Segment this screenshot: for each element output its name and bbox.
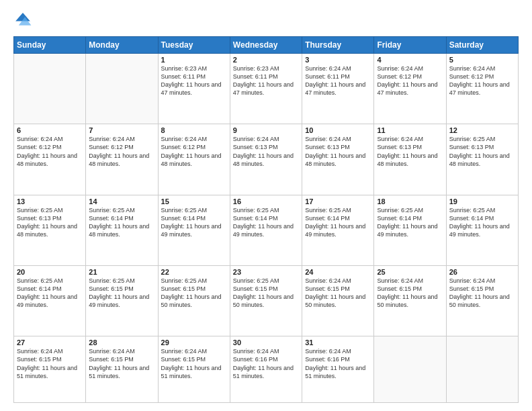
logo <box>13 11 35 30</box>
day-number: 18 <box>377 197 443 205</box>
cell-info: Sunrise: 6:25 AM Sunset: 6:15 PM Dayligh… <box>89 277 154 310</box>
day-number: 21 <box>89 268 154 276</box>
cell-info: Sunrise: 6:24 AM Sunset: 6:16 PM Dayligh… <box>305 347 371 380</box>
cell-info: Sunrise: 6:24 AM Sunset: 6:12 PM Dayligh… <box>89 135 154 168</box>
day-number: 8 <box>161 126 227 134</box>
calendar-cell <box>14 54 86 124</box>
calendar-cell: 24Sunrise: 6:24 AM Sunset: 6:15 PM Dayli… <box>302 265 374 336</box>
calendar-week-row: 27Sunrise: 6:24 AM Sunset: 6:15 PM Dayli… <box>14 336 519 403</box>
day-number: 11 <box>377 126 443 134</box>
day-number: 31 <box>305 338 371 347</box>
calendar-cell: 27Sunrise: 6:24 AM Sunset: 6:15 PM Dayli… <box>14 336 86 403</box>
header <box>13 11 519 30</box>
cell-info: Sunrise: 6:25 AM Sunset: 6:14 PM Dayligh… <box>89 206 154 239</box>
day-number: 13 <box>17 197 83 205</box>
calendar-cell: 26Sunrise: 6:24 AM Sunset: 6:15 PM Dayli… <box>446 265 518 336</box>
day-number: 30 <box>233 338 299 347</box>
weekday-header: Monday <box>86 37 158 54</box>
calendar-header-row: SundayMondayTuesdayWednesdayThursdayFrid… <box>14 37 519 54</box>
calendar-cell: 20Sunrise: 6:25 AM Sunset: 6:14 PM Dayli… <box>14 265 86 336</box>
cell-info: Sunrise: 6:25 AM Sunset: 6:15 PM Dayligh… <box>161 277 227 310</box>
calendar-cell: 5Sunrise: 6:24 AM Sunset: 6:12 PM Daylig… <box>446 54 518 124</box>
day-number: 29 <box>161 338 227 347</box>
day-number: 25 <box>377 268 443 276</box>
cell-info: Sunrise: 6:23 AM Sunset: 6:11 PM Dayligh… <box>161 64 227 97</box>
cell-info: Sunrise: 6:25 AM Sunset: 6:14 PM Dayligh… <box>305 206 371 239</box>
day-number: 12 <box>449 126 515 134</box>
day-number: 23 <box>233 268 299 276</box>
day-number: 26 <box>449 268 515 276</box>
day-number: 17 <box>305 197 371 205</box>
cell-info: Sunrise: 6:25 AM Sunset: 6:14 PM Dayligh… <box>161 206 227 239</box>
day-number: 28 <box>89 338 154 347</box>
calendar-cell: 18Sunrise: 6:25 AM Sunset: 6:14 PM Dayli… <box>374 195 446 265</box>
calendar-cell: 11Sunrise: 6:24 AM Sunset: 6:13 PM Dayli… <box>374 124 446 195</box>
weekday-header: Wednesday <box>230 37 302 54</box>
calendar-cell: 25Sunrise: 6:24 AM Sunset: 6:15 PM Dayli… <box>374 265 446 336</box>
cell-info: Sunrise: 6:24 AM Sunset: 6:12 PM Dayligh… <box>17 135 83 168</box>
weekday-header: Sunday <box>14 37 86 54</box>
calendar-cell: 17Sunrise: 6:25 AM Sunset: 6:14 PM Dayli… <box>302 195 374 265</box>
day-number: 20 <box>17 268 83 276</box>
day-number: 5 <box>449 56 515 64</box>
day-number: 24 <box>305 268 371 276</box>
cell-info: Sunrise: 6:24 AM Sunset: 6:15 PM Dayligh… <box>89 347 154 380</box>
calendar-cell: 9Sunrise: 6:24 AM Sunset: 6:13 PM Daylig… <box>230 124 302 195</box>
calendar-cell: 8Sunrise: 6:24 AM Sunset: 6:12 PM Daylig… <box>158 124 230 195</box>
day-number: 6 <box>17 126 83 134</box>
day-number: 7 <box>89 126 154 134</box>
calendar-cell: 16Sunrise: 6:25 AM Sunset: 6:14 PM Dayli… <box>230 195 302 265</box>
cell-info: Sunrise: 6:25 AM Sunset: 6:14 PM Dayligh… <box>17 277 83 310</box>
cell-info: Sunrise: 6:24 AM Sunset: 6:15 PM Dayligh… <box>161 347 227 380</box>
day-number: 3 <box>305 56 371 64</box>
cell-info: Sunrise: 6:25 AM Sunset: 6:14 PM Dayligh… <box>449 206 515 239</box>
day-number: 10 <box>305 126 371 134</box>
cell-info: Sunrise: 6:25 AM Sunset: 6:14 PM Dayligh… <box>233 206 299 239</box>
day-number: 19 <box>449 197 515 205</box>
cell-info: Sunrise: 6:24 AM Sunset: 6:12 PM Dayligh… <box>161 135 227 168</box>
cell-info: Sunrise: 6:25 AM Sunset: 6:13 PM Dayligh… <box>449 135 515 168</box>
cell-info: Sunrise: 6:24 AM Sunset: 6:15 PM Dayligh… <box>17 347 83 380</box>
cell-info: Sunrise: 6:24 AM Sunset: 6:15 PM Dayligh… <box>377 277 443 310</box>
calendar-cell: 12Sunrise: 6:25 AM Sunset: 6:13 PM Dayli… <box>446 124 518 195</box>
calendar-cell: 3Sunrise: 6:24 AM Sunset: 6:11 PM Daylig… <box>302 54 374 124</box>
calendar-table: SundayMondayTuesdayWednesdayThursdayFrid… <box>13 36 519 403</box>
calendar-week-row: 13Sunrise: 6:25 AM Sunset: 6:13 PM Dayli… <box>14 195 519 265</box>
day-number: 2 <box>233 56 299 64</box>
cell-info: Sunrise: 6:24 AM Sunset: 6:13 PM Dayligh… <box>305 135 371 168</box>
day-number: 15 <box>161 197 227 205</box>
day-number: 14 <box>89 197 154 205</box>
calendar-week-row: 1Sunrise: 6:23 AM Sunset: 6:11 PM Daylig… <box>14 54 519 124</box>
cell-info: Sunrise: 6:24 AM Sunset: 6:12 PM Dayligh… <box>449 64 515 97</box>
calendar-cell: 22Sunrise: 6:25 AM Sunset: 6:15 PM Dayli… <box>158 265 230 336</box>
calendar-cell: 1Sunrise: 6:23 AM Sunset: 6:11 PM Daylig… <box>158 54 230 124</box>
day-number: 27 <box>17 338 83 347</box>
cell-info: Sunrise: 6:24 AM Sunset: 6:11 PM Dayligh… <box>305 64 371 97</box>
calendar-cell: 2Sunrise: 6:23 AM Sunset: 6:11 PM Daylig… <box>230 54 302 124</box>
calendar-cell: 7Sunrise: 6:24 AM Sunset: 6:12 PM Daylig… <box>86 124 158 195</box>
cell-info: Sunrise: 6:25 AM Sunset: 6:14 PM Dayligh… <box>377 206 443 239</box>
cell-info: Sunrise: 6:24 AM Sunset: 6:13 PM Dayligh… <box>233 135 299 168</box>
calendar-cell: 14Sunrise: 6:25 AM Sunset: 6:14 PM Dayli… <box>86 195 158 265</box>
calendar-cell: 4Sunrise: 6:24 AM Sunset: 6:12 PM Daylig… <box>374 54 446 124</box>
calendar-cell: 28Sunrise: 6:24 AM Sunset: 6:15 PM Dayli… <box>86 336 158 403</box>
cell-info: Sunrise: 6:24 AM Sunset: 6:15 PM Dayligh… <box>449 277 515 310</box>
logo-icon <box>13 11 32 30</box>
calendar-cell: 23Sunrise: 6:25 AM Sunset: 6:15 PM Dayli… <box>230 265 302 336</box>
page: SundayMondayTuesdayWednesdayThursdayFrid… <box>0 0 532 411</box>
cell-info: Sunrise: 6:24 AM Sunset: 6:13 PM Dayligh… <box>377 135 443 168</box>
cell-info: Sunrise: 6:24 AM Sunset: 6:16 PM Dayligh… <box>233 347 299 380</box>
day-number: 16 <box>233 197 299 205</box>
calendar-cell: 6Sunrise: 6:24 AM Sunset: 6:12 PM Daylig… <box>14 124 86 195</box>
calendar-week-row: 20Sunrise: 6:25 AM Sunset: 6:14 PM Dayli… <box>14 265 519 336</box>
cell-info: Sunrise: 6:24 AM Sunset: 6:12 PM Dayligh… <box>377 64 443 97</box>
day-number: 1 <box>161 56 227 64</box>
weekday-header: Friday <box>374 37 446 54</box>
weekday-header: Thursday <box>302 37 374 54</box>
calendar-cell: 21Sunrise: 6:25 AM Sunset: 6:15 PM Dayli… <box>86 265 158 336</box>
cell-info: Sunrise: 6:25 AM Sunset: 6:13 PM Dayligh… <box>17 206 83 239</box>
calendar-cell: 19Sunrise: 6:25 AM Sunset: 6:14 PM Dayli… <box>446 195 518 265</box>
calendar-cell: 13Sunrise: 6:25 AM Sunset: 6:13 PM Dayli… <box>14 195 86 265</box>
day-number: 9 <box>233 126 299 134</box>
weekday-header: Saturday <box>446 37 518 54</box>
